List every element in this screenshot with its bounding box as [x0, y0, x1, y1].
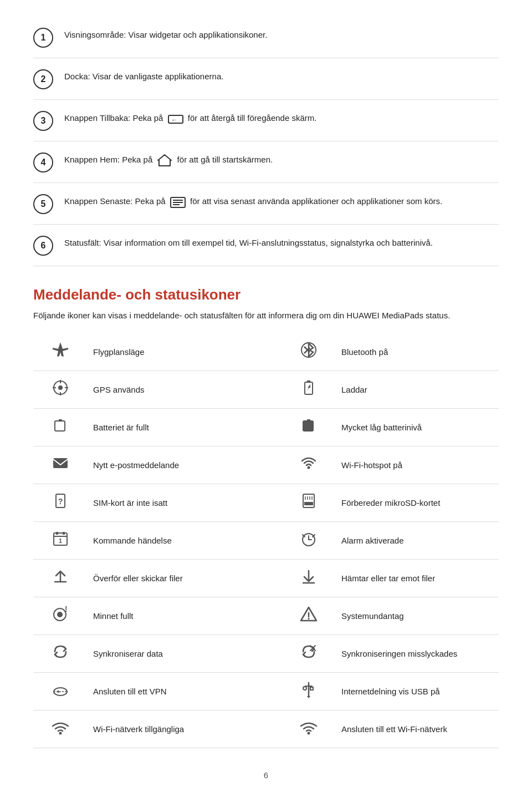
- wifi-available-icon-cell: [33, 710, 88, 748]
- svg-rect-18: [303, 421, 313, 431]
- item-3-text: Knappen Tillbaka: Peka på ← för att åter…: [64, 110, 316, 125]
- item-1-text: Visningsområde: Visar widgetar och appli…: [64, 27, 267, 42]
- icon-row-6: 1 Kommande händelse Alarm aktiverade: [33, 522, 499, 560]
- icon-row-2: GPS används Laddar: [33, 371, 499, 409]
- upload-icon-cell: [33, 560, 88, 597]
- item-4-text: Knappen Hem: Peka på för att gå till sta…: [64, 151, 273, 167]
- memory-full-icon-cell: !: [33, 597, 88, 635]
- item-2-text: Docka: Visar de vanligaste applikationer…: [64, 68, 223, 83]
- event-label: Kommande händelse: [88, 522, 250, 560]
- event-icon-cell: 1: [33, 522, 88, 560]
- battery-full-label: Batteriet är fullt: [88, 409, 250, 446]
- wifi-hotspot-icon-cell: [282, 446, 336, 484]
- numbered-item-3: 3 Knappen Tillbaka: Peka på ← för att åt…: [33, 100, 499, 141]
- numbered-item-5: 5 Knappen Senaste: Peka på för att visa …: [33, 183, 499, 225]
- alarm-icon-cell: [282, 522, 336, 560]
- bluetooth-label: Bluetooth på: [336, 333, 499, 371]
- svg-text:1: 1: [59, 537, 62, 544]
- numbered-item-6: 6 Statusfält: Visar information om till …: [33, 225, 499, 266]
- sync-failed-icon-cell: [282, 635, 336, 673]
- recent-icon: [170, 196, 186, 209]
- alarm-label: Alarm aktiverade: [336, 522, 499, 560]
- number-badge-4: 4: [33, 153, 53, 172]
- svg-rect-6: [173, 204, 180, 205]
- wifi-available-label: Wi-Fi-nätverk tillgängliga: [88, 710, 250, 748]
- warning-icon-cell: [282, 597, 336, 635]
- usb-label: Internetdelning vis USB på: [336, 673, 499, 710]
- item-5-text: Knappen Senaste: Peka på för att visa se…: [64, 193, 442, 208]
- number-badge-1: 1: [33, 28, 53, 48]
- svg-point-57: [303, 687, 306, 690]
- vpn-icon-cell: [33, 673, 88, 710]
- svg-rect-5: [173, 202, 183, 203]
- bluetooth-icon-cell: [282, 333, 336, 371]
- svg-text:!: !: [65, 605, 68, 613]
- icon-row-8: ! Minnet fullt Systemundantag: [33, 597, 499, 635]
- sd-label: Förbereder mikroSD-kortet: [336, 484, 499, 522]
- page-number: 6: [33, 770, 499, 780]
- svg-point-60: [308, 732, 310, 735]
- wifi-connected-icon-cell: [282, 710, 336, 748]
- numbered-item-4: 4 Knappen Hem: Peka på för att gå till s…: [33, 141, 499, 183]
- airplane-label: Flygplansläge: [88, 333, 250, 371]
- section-heading: Meddelande- och statusikoner: [33, 286, 499, 303]
- svg-rect-32: [56, 532, 58, 535]
- memory-full-label: Minnet fullt: [88, 597, 250, 635]
- icon-row-9: Synkroniserar data Synkroniseringen miss…: [33, 635, 499, 673]
- numbered-item-2: 2 Docka: Visar de vanligaste applikation…: [33, 58, 499, 100]
- vpn-label: Ansluten till ett VPN: [88, 673, 250, 710]
- svg-rect-15: [307, 380, 310, 382]
- sim-label: SIM-kort är inte isatt: [88, 484, 250, 522]
- icon-row-5: ? SIM-kort är inte isatt Förbereder mikr…: [33, 484, 499, 522]
- svg-rect-16: [55, 421, 65, 431]
- svg-rect-20: [53, 458, 68, 468]
- icons-table: Flygplansläge Bluetooth på: [33, 333, 499, 748]
- svg-marker-2: [158, 155, 171, 166]
- svg-point-45: [57, 612, 63, 617]
- sim-icon-cell: ?: [33, 484, 88, 522]
- battery-low-label: Mycket låg batterinivå: [336, 409, 499, 446]
- gps-label: GPS används: [88, 371, 250, 409]
- usb-icon-cell: [282, 673, 336, 710]
- svg-point-21: [308, 466, 310, 469]
- sd-icon-cell: [282, 484, 336, 522]
- sync-failed-label: Synkroniseringen misslyckades: [336, 635, 499, 673]
- sync-icon-cell: [33, 635, 88, 673]
- svg-rect-33: [63, 532, 65, 535]
- home-icon: [157, 154, 172, 167]
- svg-point-49: [308, 618, 310, 620]
- battery-full-icon-cell: [33, 409, 88, 446]
- svg-rect-58: [310, 687, 313, 690]
- download-label: Hämtar eller tar emot filer: [336, 560, 499, 597]
- svg-rect-17: [59, 419, 62, 421]
- number-badge-6: 6: [33, 236, 53, 256]
- icon-row-4: Nytt e-postmeddelande Wi-Fi-hotspot på: [33, 446, 499, 484]
- email-icon-cell: [33, 446, 88, 484]
- gps-icon-cell: [33, 371, 88, 409]
- numbered-list: 1 Visningsområde: Visar widgetar och app…: [33, 17, 499, 266]
- warning-label: Systemundantag: [336, 597, 499, 635]
- number-badge-3: 3: [33, 111, 53, 131]
- wifi-connected-label: Ansluten till ett Wi-Fi-nätverk: [336, 710, 499, 748]
- svg-rect-29: [304, 502, 313, 505]
- svg-rect-19: [307, 419, 310, 421]
- sync-label: Synkroniserar data: [88, 635, 250, 673]
- battery-low-icon-cell: [282, 409, 336, 446]
- icon-row-10: Ansluten till ett VPN Internetdelning vi…: [33, 673, 499, 710]
- svg-rect-24: [303, 494, 314, 507]
- svg-point-9: [58, 385, 63, 390]
- charging-label: Laddar: [336, 371, 499, 409]
- icon-row-11: Wi-Fi-nätverk tillgängliga Ansluten till…: [33, 710, 499, 748]
- number-badge-2: 2: [33, 69, 53, 89]
- svg-point-59: [59, 732, 62, 735]
- upload-label: Överför eller skickar filer: [88, 560, 250, 597]
- svg-text:←: ←: [171, 116, 177, 123]
- airplane-icon-cell: [33, 333, 88, 371]
- charging-icon-cell: [282, 371, 336, 409]
- section-subtext: Följande ikoner kan visas i meddelande- …: [33, 309, 499, 322]
- svg-text:?: ?: [58, 497, 63, 506]
- number-badge-5: 5: [33, 194, 53, 214]
- numbered-item-1: 1 Visningsområde: Visar widgetar och app…: [33, 17, 499, 58]
- icon-row-7: Överför eller skickar filer Hämtar eller…: [33, 560, 499, 597]
- email-label: Nytt e-postmeddelande: [88, 446, 250, 484]
